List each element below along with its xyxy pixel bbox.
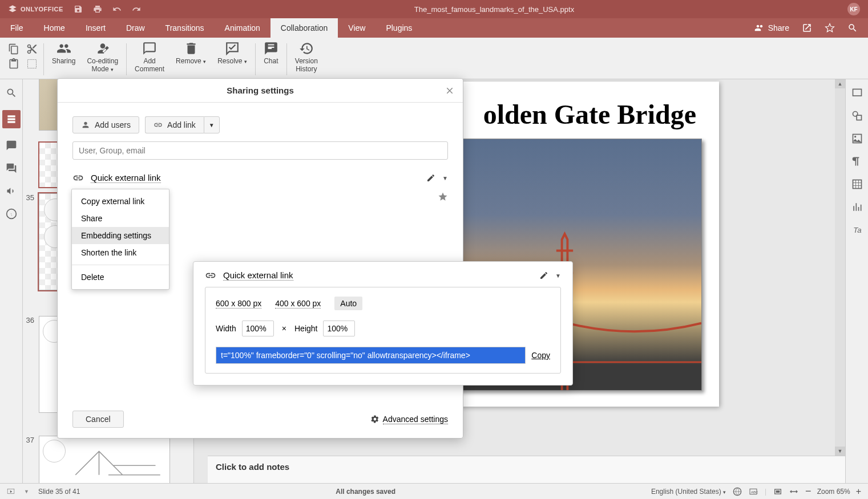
status-bar: ▼ Slide 35 of 41 All changes saved Engli… (0, 483, 868, 499)
gear-icon (370, 415, 380, 424)
image-settings-icon[interactable] (851, 133, 863, 144)
menu-draw[interactable]: Draw (116, 18, 155, 38)
edit-icon[interactable] (539, 271, 548, 280)
slideshow-icon[interactable] (7, 488, 15, 496)
menu-file[interactable]: File (0, 18, 34, 38)
app-brand: ONLYOFFICE (8, 5, 63, 14)
ribbon-resolve[interactable]: Resolve ▾ (212, 40, 253, 79)
fit-page-icon[interactable] (773, 487, 782, 496)
svg-rect-3 (7, 121, 15, 123)
table-settings-icon[interactable] (851, 178, 863, 190)
embedding-popover: Quick external link ▼ 600 x 800 px 400 x… (193, 261, 573, 386)
cut-icon[interactable] (26, 43, 38, 55)
comments-panel-icon[interactable] (6, 140, 17, 151)
advanced-settings-link[interactable]: Advanced settings (370, 415, 448, 424)
zoom-out[interactable]: − (805, 485, 812, 497)
cancel-button[interactable]: Cancel (72, 411, 124, 428)
find-icon[interactable] (6, 87, 17, 99)
link-icon (154, 120, 163, 129)
user-avatar[interactable]: KF (847, 3, 860, 15)
user-icon (81, 120, 90, 129)
paragraph-settings-icon[interactable] (851, 156, 863, 167)
dropdown-delete[interactable]: Delete (72, 269, 169, 286)
search-icon[interactable] (847, 23, 858, 33)
chevron-down-icon[interactable]: ▼ (24, 489, 29, 494)
ribbon-add-comment[interactable]: Add Comment (129, 40, 170, 79)
link-actions-dropdown: Copy external link Share Embedding setti… (71, 189, 169, 290)
shape-settings-icon[interactable] (851, 110, 863, 121)
preset-auto[interactable]: Auto (334, 297, 362, 310)
save-icon[interactable] (74, 5, 83, 14)
brand-text: ONLYOFFICE (21, 6, 63, 13)
save-status: All changes saved (89, 488, 642, 496)
slides-panel-icon[interactable] (2, 110, 21, 128)
width-label: Width (216, 324, 236, 333)
add-link-button[interactable]: Add link (145, 116, 204, 133)
edit-icon[interactable] (426, 173, 435, 182)
slide-thumb-37[interactable]: 37 (23, 436, 170, 483)
share-button-top[interactable]: Share (754, 23, 789, 33)
preset-600x800[interactable]: 600 x 800 px (216, 299, 261, 309)
menu-plugins[interactable]: Plugins (376, 18, 422, 38)
open-location-icon[interactable] (802, 23, 812, 33)
dropdown-share[interactable]: Share (72, 210, 169, 227)
user-search-input[interactable] (72, 141, 448, 160)
spellcheck-icon[interactable] (733, 487, 742, 496)
copy-icon[interactable] (8, 43, 19, 55)
ribbon-version-history[interactable]: Version History (289, 40, 324, 79)
dialog-title: Sharing settings (227, 86, 294, 95)
chat-panel-icon[interactable] (6, 163, 17, 174)
add-link-dropdown[interactable]: ▼ (204, 116, 220, 133)
paste-icon[interactable] (8, 58, 19, 70)
chevron-down-icon[interactable]: ▼ (555, 273, 561, 279)
undo-icon[interactable] (112, 5, 122, 14)
quick-external-link-label[interactable]: Quick external link (91, 173, 161, 183)
about-icon[interactable] (6, 208, 17, 220)
language-selector[interactable]: English (United States) ▾ (651, 488, 726, 496)
width-input[interactable] (242, 321, 274, 336)
select-all-icon[interactable] (26, 58, 38, 70)
dropdown-embedding-settings[interactable]: Embedding settings (72, 227, 169, 244)
menu-home[interactable]: Home (34, 18, 75, 38)
dropdown-copy-link[interactable]: Copy external link (72, 193, 169, 210)
notes-area[interactable]: Click to add notes (208, 456, 845, 483)
feedback-icon[interactable] (6, 185, 17, 197)
chevron-down-icon[interactable]: ▼ (442, 175, 448, 181)
fit-width-icon[interactable] (789, 487, 798, 496)
menu-insert[interactable]: Insert (75, 18, 116, 38)
ribbon-sharing[interactable]: Sharing (46, 40, 81, 79)
star-icon[interactable] (438, 192, 448, 202)
menu-transitions[interactable]: Transitions (155, 18, 215, 38)
doclang-icon[interactable]: ABC (749, 487, 758, 496)
popover-link-label[interactable]: Quick external link (223, 270, 293, 281)
people-icon (754, 23, 765, 33)
favorite-icon[interactable] (825, 23, 835, 33)
link-icon (72, 172, 84, 184)
ribbon-chat[interactable]: Chat (258, 40, 284, 79)
right-sidebar: Ta (845, 79, 868, 483)
close-icon[interactable] (445, 86, 455, 96)
copy-button[interactable]: Copy (531, 351, 550, 360)
slide-settings-icon[interactable] (851, 87, 863, 99)
scroll-up-icon[interactable]: ▲ (835, 79, 845, 88)
svg-text:Ta: Ta (853, 226, 861, 234)
scroll-down-icon[interactable]: ▼ (835, 447, 845, 456)
menu-collaboration[interactable]: Collaboration (271, 18, 338, 38)
text-art-settings-icon[interactable]: Ta (851, 224, 863, 236)
add-users-button[interactable]: Add users (72, 116, 139, 133)
height-input[interactable] (323, 321, 355, 336)
embed-settings-box: 600 x 800 px 400 x 600 px Auto Width × H… (205, 287, 561, 374)
zoom-in[interactable]: + (856, 486, 861, 497)
redo-icon[interactable] (132, 5, 141, 14)
ribbon-coediting-mode[interactable]: Co-editing Mode ▾ (81, 40, 124, 79)
ribbon-remove[interactable]: Remove ▾ (170, 40, 212, 79)
preset-400x600[interactable]: 400 x 600 px (275, 299, 321, 309)
vertical-scrollbar[interactable]: ▲ ▼ (835, 79, 845, 456)
svg-text:ABC: ABC (751, 490, 758, 493)
chart-settings-icon[interactable] (851, 201, 863, 213)
menu-view[interactable]: View (338, 18, 376, 38)
print-icon[interactable] (93, 5, 102, 14)
menu-animation[interactable]: Animation (215, 18, 271, 38)
dropdown-shorten-link[interactable]: Shorten the link (72, 244, 169, 261)
embed-code-field[interactable]: t="100%" frameborder="0" scrolling="no" … (216, 347, 526, 364)
